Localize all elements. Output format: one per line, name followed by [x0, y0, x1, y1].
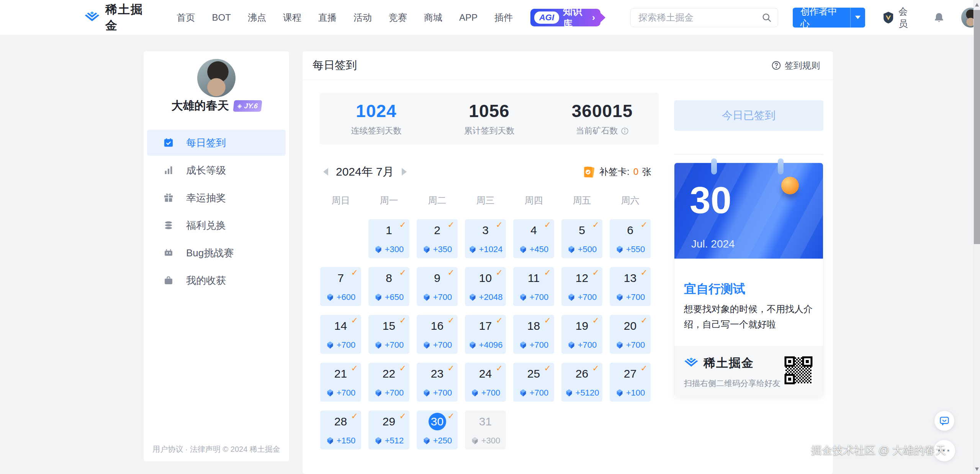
prev-month-icon[interactable] — [323, 168, 328, 176]
scrollbar-thumb[interactable] — [974, 10, 980, 244]
checkin-rules-link[interactable]: 签到规则 — [771, 60, 820, 72]
divider — [674, 154, 823, 155]
signed-today-button[interactable]: 今日已签到 — [674, 100, 823, 131]
calendar-day[interactable]: ✓ 22 +700 — [368, 363, 409, 402]
nav-item[interactable]: 竞赛 — [389, 11, 407, 24]
info-circle-icon[interactable] — [621, 127, 629, 135]
calendar-day[interactable]: ✓ 24 +700 — [465, 363, 506, 402]
member-entry[interactable]: 会员 — [882, 5, 916, 30]
check-icon: ✓ — [592, 220, 599, 230]
creator-dropdown[interactable] — [850, 8, 865, 28]
ore-icon — [468, 293, 477, 301]
calendar-day[interactable]: ✓ 19 +700 — [561, 315, 602, 354]
creator-center-button[interactable]: 创作者中心 — [793, 8, 865, 28]
day-reward: +700 — [513, 292, 554, 302]
sidebar-item-bug-challenge[interactable]: Bug挑战赛 — [147, 240, 286, 266]
vip-badge-icon — [882, 11, 895, 24]
sidebar-item-daily-checkin[interactable]: 每日签到 — [147, 130, 286, 156]
weekday-label: 周三 — [465, 194, 506, 207]
ore-icon — [374, 437, 383, 445]
scroll-up-arrow-icon[interactable] — [975, 3, 979, 7]
sidebar-item-growth-level[interactable]: 成长等级 — [147, 157, 286, 183]
day-reward: +700 — [320, 340, 361, 350]
makeup-card-counter[interactable]: 补签卡: 0 张 — [582, 165, 651, 178]
nav-item[interactable]: 首页 — [177, 11, 195, 24]
nav-item[interactable]: 活动 — [353, 11, 372, 24]
calendar-day[interactable]: ✓ 2 +350 — [417, 219, 458, 258]
gift-icon — [163, 192, 174, 203]
calendar-day[interactable]: ✓ 13 +700 — [610, 267, 651, 306]
calendar-day[interactable]: ✓ 16 +700 — [417, 315, 458, 354]
calendar-day[interactable]: ✓ 30 +250 — [417, 410, 458, 450]
calendar-day[interactable]: ✓ 15 +700 — [368, 315, 409, 354]
calendar-day[interactable]: ✓ 26 +5120 — [561, 363, 602, 402]
calendar-day[interactable]: ✓ 12 +700 — [561, 267, 602, 306]
share-hint: 扫描右侧二维码分享给好友 — [684, 378, 780, 389]
calendar-day[interactable]: ✓ 28 +150 — [320, 410, 361, 450]
chat-bubble-icon — [939, 415, 950, 426]
day-reward: +500 — [561, 244, 602, 254]
calendar-day[interactable]: ✓ 11 +700 — [513, 267, 554, 306]
next-month-icon[interactable] — [402, 168, 407, 176]
scroll-down-arrow-icon[interactable] — [975, 467, 979, 471]
nav-item[interactable]: 插件 — [494, 11, 513, 24]
feedback-chat-button[interactable] — [934, 411, 954, 431]
calendar-day[interactable]: ✓ 5 +500 — [561, 219, 602, 258]
vertical-scrollbar[interactable] — [973, 0, 980, 474]
search-input[interactable] — [630, 8, 778, 27]
bell-icon[interactable] — [933, 11, 945, 24]
sidebar-item-my-harvest[interactable]: 我的收获 — [147, 267, 286, 293]
calendar-day[interactable]: ✓ 17 +4096 — [465, 315, 506, 354]
nav-item[interactable]: 课程 — [283, 11, 301, 24]
nav-item[interactable]: APP — [459, 12, 478, 23]
calendar-day[interactable]: ✓ 21 +700 — [320, 363, 361, 402]
calendar-day[interactable]: ✓ 18 +700 — [513, 315, 554, 354]
day-reward: +700 — [368, 340, 409, 350]
day-reward: +700 — [368, 388, 409, 398]
nav-item[interactable]: 沸点 — [248, 11, 266, 24]
ore-icon — [326, 293, 334, 301]
ore-icon — [422, 389, 431, 397]
agi-knowledge-badge[interactable]: AGI 知识库 › — [530, 9, 600, 26]
day-reward: +100 — [610, 388, 651, 398]
date-card-cover: 30 Jul. 2024 — [674, 163, 823, 259]
calendar-day[interactable]: ✓ 10 +2048 — [465, 267, 506, 306]
nav-item[interactable]: 直播 — [318, 11, 337, 24]
search-icon[interactable] — [761, 12, 772, 23]
check-icon: ✓ — [448, 268, 455, 278]
nav-item[interactable]: BOT — [212, 12, 231, 23]
profile-avatar[interactable] — [197, 59, 236, 97]
robot-icon — [163, 248, 174, 258]
calendar-day[interactable]: ✓ 27 +100 — [610, 363, 651, 402]
juejin-logo-icon — [684, 357, 699, 369]
check-icon: ✓ — [641, 220, 648, 230]
check-icon: ✓ — [351, 268, 358, 278]
sidebar-footer-links[interactable]: 用户协议 · 法律声明 © 2024 稀土掘金 — [144, 444, 289, 454]
calendar-day[interactable]: ✓ 8 +650 — [368, 267, 409, 306]
checkin-calendar: ✓ ✓ 1 — [320, 219, 651, 450]
ore-icon — [326, 437, 334, 445]
sidebar-item-lucky-draw[interactable]: 幸运抽奖 — [147, 185, 286, 211]
calendar-day[interactable]: ✓ 3 +1024 — [465, 219, 506, 258]
calendar-day[interactable]: ✓ 1 +300 — [368, 219, 409, 258]
calendar-day[interactable]: ✓ 23 +700 — [417, 363, 458, 402]
calendar-day[interactable]: ✓ 4 +450 — [513, 219, 554, 258]
nav-item[interactable]: 商城 — [424, 11, 442, 24]
check-icon: ✓ — [592, 268, 599, 278]
calendar-day[interactable]: ✓ 9 +700 — [417, 267, 458, 306]
calendar-day[interactable]: ✓ 29 +512 — [368, 410, 409, 450]
day-reward: +550 — [610, 244, 651, 254]
level-badge[interactable]: ◈ JY.6 — [233, 100, 262, 112]
day-reward: +150 — [320, 436, 361, 446]
qr-code — [784, 356, 813, 385]
daily-date-card[interactable]: 30 Jul. 2024 宜自行测试 想要找对象的时候，不用找人介绍，自己写一个… — [674, 163, 823, 396]
calendar-day[interactable]: ✓ 20 +700 — [610, 315, 651, 354]
calendar-day[interactable]: ✓ 7 +600 — [320, 267, 361, 306]
calendar-day[interactable]: ✓ 25 +700 — [513, 363, 554, 402]
calendar-day[interactable]: ✓ 6 +550 — [610, 219, 651, 258]
calendar-day[interactable]: ✓ 31 +300 — [465, 410, 506, 450]
sidebar-item-welfare-exchange[interactable]: 福利兑换 — [147, 212, 286, 238]
juejin-logo[interactable]: 稀土掘金 — [84, 2, 152, 34]
calendar-day[interactable]: ✓ 14 +700 — [320, 315, 361, 354]
day-reward: +700 — [513, 388, 554, 398]
